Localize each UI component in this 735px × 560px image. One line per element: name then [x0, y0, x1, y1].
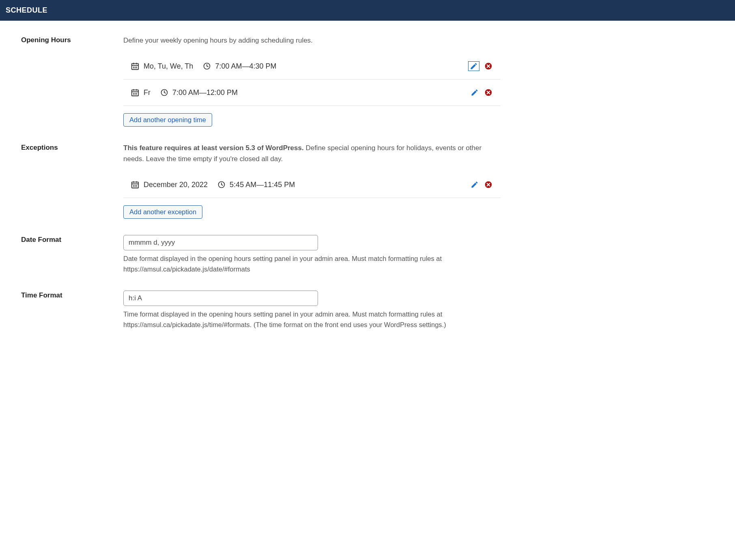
calendar-icon [131, 88, 140, 97]
edit-rule-button[interactable] [470, 180, 479, 190]
delete-icon [484, 62, 492, 70]
opening-hours-section: Opening Hours Define your weekly opening… [21, 35, 727, 127]
edit-rule-button[interactable] [470, 88, 479, 97]
opening-hours-label: Opening Hours [21, 35, 123, 44]
exception-rule-date: December 20, 2022 [144, 181, 208, 189]
delete-rule-button[interactable] [484, 88, 493, 97]
time-format-input[interactable] [123, 291, 318, 306]
opening-rule-row: Fr 7:00 AM—12:00 PM [123, 80, 501, 106]
time-format-section: Time Format Time format displayed in the… [21, 291, 727, 330]
opening-rule-time: 7:00 AM—12:00 PM [172, 88, 238, 97]
date-format-label: Date Format [21, 235, 123, 244]
opening-rule-time: 7:00 AM—4:30 PM [215, 62, 276, 71]
add-opening-time-button[interactable]: Add another opening time [123, 113, 212, 127]
exceptions-note-bold: This feature requires at least version 5… [123, 144, 304, 152]
exception-rule-time: 5:45 AM—11:45 PM [230, 181, 295, 189]
calendar-icon [131, 62, 140, 71]
delete-icon [484, 181, 492, 189]
time-format-help: Time format displayed in the opening hou… [123, 309, 501, 330]
pencil-icon [470, 62, 478, 70]
date-format-input[interactable] [123, 235, 318, 250]
opening-rule-days: Mo, Tu, We, Th [144, 62, 193, 71]
time-format-label: Time Format [21, 291, 123, 299]
section-header: SCHEDULE [0, 0, 735, 21]
clock-icon [160, 88, 168, 97]
exceptions-description: This feature requires at least version 5… [123, 143, 501, 164]
delete-icon [484, 88, 492, 97]
opening-rule-days: Fr [144, 88, 150, 97]
add-exception-button[interactable]: Add another exception [123, 205, 202, 219]
edit-rule-button[interactable] [468, 61, 479, 71]
delete-rule-button[interactable] [484, 180, 493, 190]
date-format-section: Date Format Date format displayed in the… [21, 235, 727, 274]
opening-hours-description: Define your weekly opening hours by addi… [123, 35, 501, 46]
exceptions-label: Exceptions [21, 143, 123, 152]
pencil-icon [471, 181, 479, 189]
calendar-icon [131, 180, 140, 189]
exceptions-section: Exceptions This feature requires at leas… [21, 143, 727, 219]
delete-rule-button[interactable] [484, 61, 493, 71]
exception-rule-row: December 20, 2022 5:45 AM—11:45 PM [123, 172, 501, 198]
opening-rule-row: Mo, Tu, We, Th 7:00 AM—4:30 PM [123, 53, 501, 80]
section-title: SCHEDULE [6, 6, 729, 15]
clock-icon [203, 62, 211, 70]
clock-icon [217, 181, 226, 189]
pencil-icon [471, 88, 479, 97]
date-format-help: Date format displayed in the opening hou… [123, 254, 501, 274]
